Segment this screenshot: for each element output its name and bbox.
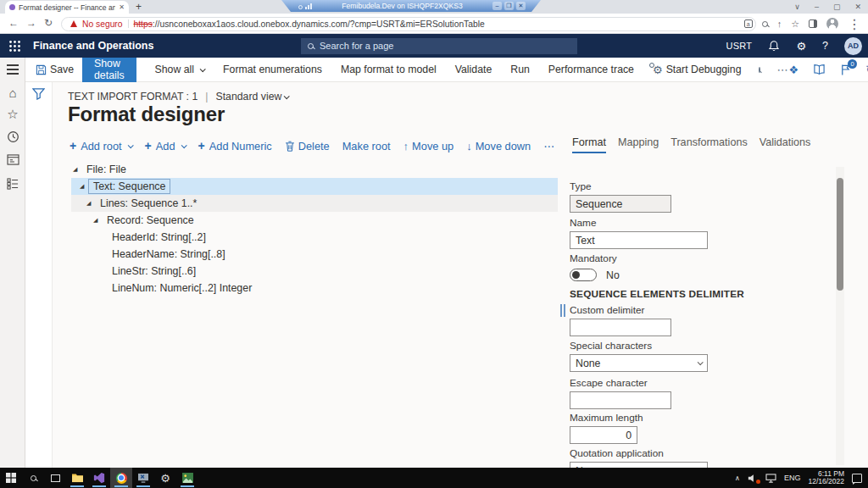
special-characters-select[interactable]: None [570, 354, 708, 372]
move-down-button[interactable]: ↓Move down [466, 140, 531, 152]
custom-delimiter-input[interactable] [570, 319, 671, 336]
add-button[interactable]: +Add [145, 139, 186, 152]
caret-expanded-icon[interactable]: ◢ [86, 200, 93, 207]
start-button[interactable] [0, 468, 22, 488]
sidebar-item-home[interactable]: ⌂ [0, 86, 25, 99]
reload-button[interactable]: ↻ [44, 17, 53, 29]
sidebar-item-modules[interactable] [0, 178, 25, 190]
show-details-button[interactable]: Show details [82, 58, 136, 82]
panel-scrollbar-thumb[interactable] [837, 178, 843, 291]
add-root-button[interactable]: +Add root [70, 139, 132, 152]
move-up-button[interactable]: ↑Move up [403, 140, 454, 152]
start-debugging-button[interactable]: ⚙ Start Debugging [653, 64, 742, 76]
rdp-close-button[interactable]: ✕ [516, 2, 526, 10]
sidebar-item-favorites[interactable]: ☆ [0, 108, 25, 120]
caret-expanded-icon[interactable]: ◢ [73, 166, 80, 173]
browser-tab[interactable]: Format designer -- Finance and ✕ [5, 1, 129, 14]
language-indicator[interactable]: ENG [784, 474, 801, 482]
tray-expand-chevron-icon[interactable]: ∧ [735, 474, 740, 482]
window-menu-chevron-icon[interactable]: ∨ [794, 3, 800, 11]
rdp-restore-button[interactable]: ❐ [504, 2, 514, 10]
taskbar-file-explorer[interactable] [66, 468, 88, 488]
taskbar-visual-studio[interactable] [88, 468, 110, 488]
taskbar-clock[interactable]: 6:11 PM 12/16/2022 [808, 470, 844, 486]
format-enumerations-button[interactable]: Format enumerations [223, 64, 322, 75]
view-switcher-icon[interactable]: ❖ [789, 64, 799, 76]
tab-validations[interactable]: Validations [760, 136, 811, 153]
mandatory-toggle[interactable] [570, 269, 597, 281]
delete-button[interactable]: Delete [285, 140, 330, 152]
side-panel-icon[interactable] [809, 19, 817, 28]
tab-mapping[interactable]: Mapping [618, 136, 659, 153]
window-close-button[interactable]: ✕ [854, 3, 861, 11]
designer-overflow-button[interactable]: ⋯ [543, 140, 555, 152]
rdp-minimize-button[interactable]: – [492, 2, 502, 10]
bookmark-star-icon[interactable]: ☆ [791, 19, 799, 30]
taskbar-remote-desktop[interactable] [132, 468, 154, 488]
save-button[interactable]: Save [36, 64, 74, 75]
taskbar-search-button[interactable] [22, 468, 44, 488]
tab-close-icon[interactable]: ✕ [119, 3, 125, 11]
action-search-icon[interactable] [759, 67, 760, 73]
tree-node-headername[interactable]: HeaderName: String[..8] [71, 246, 558, 263]
performance-trace-button[interactable]: Performance trace [548, 64, 634, 75]
taskbar-photos-app[interactable] [176, 468, 198, 488]
maximum-length-input[interactable]: 0 [570, 426, 637, 444]
network-display-icon[interactable] [765, 474, 776, 483]
taskbar-settings[interactable]: ⚙ [154, 468, 176, 488]
tree-node-file[interactable]: ◢File: File [71, 161, 558, 178]
share-icon[interactable]: ↑ [777, 19, 782, 29]
settings-gear-icon[interactable]: ⚙ [796, 40, 806, 53]
tree-node-lines[interactable]: ◢Lines: Sequence 1..* [71, 195, 558, 212]
tree-node-linestr[interactable]: LineStr: String[..6] [71, 263, 558, 280]
notifications-bell-icon[interactable] [768, 40, 780, 52]
page-search-input[interactable]: Search for a page [301, 38, 577, 54]
name-input[interactable]: Text [570, 231, 708, 249]
product-name[interactable]: Finance and Operations [33, 40, 153, 52]
tree-node-headerid[interactable]: HeaderId: String[..2] [71, 229, 558, 246]
run-button[interactable]: Run [510, 64, 530, 75]
volume-icon[interactable] [748, 474, 758, 483]
task-view-button[interactable] [44, 468, 66, 488]
sidebar-item-recent[interactable] [0, 130, 25, 143]
translate-icon[interactable]: a [744, 19, 753, 28]
map-format-to-model-button[interactable]: Map format to model [341, 64, 437, 75]
company-selector[interactable]: USRT [726, 41, 752, 51]
tab-format[interactable]: Format [572, 136, 606, 153]
browser-menu-kebab-icon[interactable]: ⋮ [848, 16, 861, 32]
window-maximize-button[interactable]: ▢ [833, 3, 841, 11]
filter-funnel-icon[interactable] [32, 88, 45, 100]
nav-hamburger-button[interactable] [0, 64, 25, 75]
escape-character-input[interactable] [570, 391, 671, 409]
user-avatar[interactable]: AD [844, 37, 862, 55]
action-center-icon[interactable] [852, 474, 862, 483]
messages-flag-icon[interactable]: 0 [840, 64, 851, 75]
rdp-connection-bar[interactable]: Femibudela.Dev on ISHQPF2XQKS3 – ❐ ✕ [281, 0, 541, 12]
new-tab-button[interactable]: + [136, 1, 142, 13]
window-minimize-button[interactable]: – [815, 3, 819, 11]
help-icon[interactable]: ? [822, 40, 828, 52]
address-bar[interactable]: No seguro https://usnconeboxax1aos.cloud… [61, 17, 756, 31]
tree-node-record[interactable]: ◢Record: Sequence [71, 212, 558, 229]
show-all-menu-button[interactable]: Show all [155, 64, 204, 75]
forward-button[interactable]: → [26, 17, 36, 29]
make-root-button[interactable]: Make root [342, 140, 391, 152]
validate-button[interactable]: Validate [455, 64, 492, 75]
caret-expanded-icon[interactable]: ◢ [93, 217, 100, 224]
tab-transformations[interactable]: Transformations [670, 136, 748, 153]
browser-profile-avatar[interactable] [826, 18, 838, 30]
caret-expanded-icon[interactable]: ◢ [80, 183, 86, 190]
waffle-apps-icon[interactable] [8, 40, 21, 53]
security-warning-text[interactable]: No seguro [82, 19, 123, 29]
sidebar-item-workspaces[interactable] [0, 154, 25, 165]
taskbar-chrome-active[interactable] [110, 468, 132, 488]
zoom-search-icon[interactable] [762, 21, 768, 27]
add-numeric-button[interactable]: +Add Numeric [198, 139, 272, 152]
tree-node-linenum[interactable]: LineNum: Numeric[..2] Integer [71, 280, 558, 297]
tree-node-text-selected[interactable]: ◢Text: Sequence [71, 178, 558, 195]
rdp-pin-icon[interactable] [298, 5, 303, 9]
action-overflow-button[interactable]: ⋯ [777, 64, 789, 76]
back-button[interactable]: ← [8, 17, 19, 29]
view-selector[interactable]: Standard view [215, 91, 288, 103]
task-guide-book-icon[interactable] [813, 64, 826, 75]
